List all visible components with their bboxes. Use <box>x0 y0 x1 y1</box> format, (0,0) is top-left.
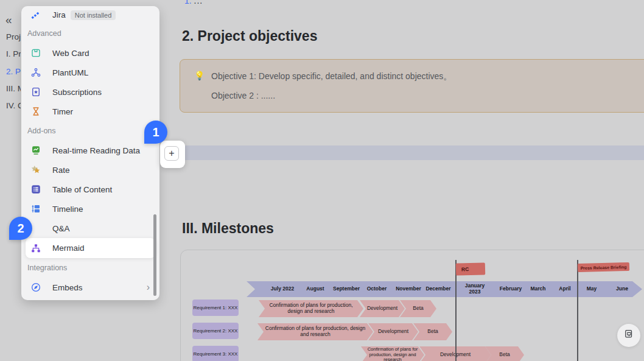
flag-pole-press <box>577 260 578 361</box>
menu-item-subscriptions[interactable]: Subscriptions <box>21 82 159 102</box>
outline-item-3[interactable]: III. M <box>6 84 21 93</box>
insert-block-plus-button[interactable]: + <box>164 146 179 161</box>
task-chevron: Confirmation of plans for production, de… <box>257 323 373 340</box>
timer-icon <box>30 106 41 117</box>
collapse-sidebar-icon[interactable]: « <box>5 13 12 27</box>
outline-item-title[interactable]: Proj <box>6 32 21 41</box>
web-card-icon <box>30 47 41 58</box>
month-label: June <box>598 281 644 297</box>
insert-block-spotlight: + <box>160 141 185 168</box>
requirement-label-2: Requirement 2: XXX <box>192 323 239 339</box>
requirement-label-3: Requirement 3: XXX <box>192 346 239 361</box>
heading-project-objectives[interactable]: 2. Project objectives <box>182 28 317 44</box>
task-chevron: Beta <box>400 300 436 317</box>
task-chevron: Confirmation of plans for production, de… <box>361 346 424 361</box>
callout-line-2: Objective 2 : ...... <box>211 91 275 100</box>
menu-item-reading-data[interactable]: Real-time Reading Data <box>21 141 159 160</box>
requirement-label-1: Requirement 1: XXX <box>192 300 239 316</box>
menu-item-timeline[interactable]: Timeline <box>21 199 159 219</box>
menu-item-qa[interactable]: Q&A <box>21 219 159 238</box>
step-badge-1: 1 <box>144 121 167 144</box>
insert-menu: Jira Not installed Advanced Web Card Pla… <box>21 6 159 300</box>
outline-item-1[interactable]: I. Pr <box>6 49 21 58</box>
menu-section-add-ons: Add-ons <box>21 121 159 141</box>
subscriptions-icon <box>30 86 41 97</box>
toc-icon <box>30 184 41 195</box>
jira-icon <box>30 10 41 21</box>
comment-icon <box>623 329 634 342</box>
milestone-flag-rc: RC <box>456 262 486 275</box>
plantuml-icon <box>30 67 41 78</box>
doc-outline-sidebar: « Proj I. Pr 2. P III. M IV. C <box>0 0 21 361</box>
reading-data-icon <box>30 145 41 156</box>
milestones-gantt-chart[interactable]: RC Press Release Briefing July 2022 Augu… <box>180 250 644 361</box>
timeline-icon <box>30 203 41 214</box>
task-chevron: Beta <box>485 346 524 361</box>
menu-item-table-of-content[interactable]: Table of Content <box>21 180 159 199</box>
milestone-flag-press-release: Press Release Briefing <box>578 262 629 272</box>
outline-item-4[interactable]: IV. C <box>6 101 21 110</box>
task-chevron: Confirmation of plans for production, de… <box>259 300 363 317</box>
heading-milestones[interactable]: III. Milestones <box>182 220 274 237</box>
doc-partial-list-line[interactable]: 1. ... <box>184 0 203 5</box>
submenu-chevron-icon: › <box>147 282 150 293</box>
task-chevron: Development <box>368 323 418 340</box>
menu-item-rate[interactable]: Rate <box>21 160 159 180</box>
task-chevron: Development <box>360 300 405 317</box>
menu-item-timer[interactable]: Timer <box>21 102 159 121</box>
comment-fab-button[interactable] <box>617 324 640 347</box>
outline-item-2-active[interactable]: 2. P <box>6 67 21 76</box>
lightbulb-icon: 💡 <box>194 71 205 80</box>
menu-item-plantuml[interactable]: PlantUML <box>21 63 159 82</box>
rate-icon <box>30 164 41 175</box>
step-badge-2: 2 <box>9 217 32 240</box>
not-installed-badge: Not installed <box>71 10 116 20</box>
app-window: « Proj I. Pr 2. P III. M IV. C 1. ... 2.… <box>0 0 644 361</box>
menu-section-integrations: Integrations <box>21 258 159 278</box>
task-chevron: Beta <box>413 323 452 340</box>
menu-scrollbar[interactable] <box>153 214 156 296</box>
mermaid-icon <box>30 243 41 254</box>
list-number: 1. <box>184 0 192 5</box>
menu-section-advanced: Advanced <box>21 24 159 43</box>
objectives-callout-block[interactable]: 💡 Objective 1: Develop specific, detaile… <box>180 59 644 113</box>
menu-item-mermaid[interactable]: Mermaid <box>26 238 155 258</box>
callout-line-1: Objective 1: Develop specific, detailed,… <box>211 71 452 82</box>
menu-item-embeds[interactable]: Embeds › <box>21 278 159 297</box>
menu-item-jira[interactable]: Jira Not installed <box>21 6 159 24</box>
embeds-icon <box>30 282 41 293</box>
selected-empty-line[interactable] <box>181 145 644 160</box>
menu-item-web-card[interactable]: Web Card <box>21 43 159 63</box>
